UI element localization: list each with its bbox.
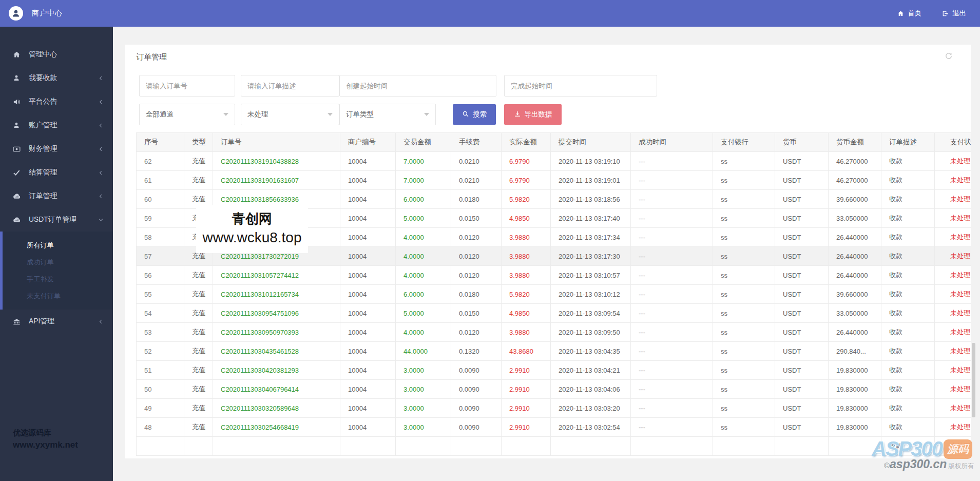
navbar-right: 首页 退出	[897, 9, 980, 18]
finish-start-time-input[interactable]	[504, 75, 657, 97]
status-select[interactable]: 未处理	[241, 104, 339, 125]
order-number-link[interactable]: C20201113031901631607	[221, 177, 299, 184]
logout-icon	[942, 10, 949, 17]
order-number-link[interactable]: C20201113031856633936	[221, 196, 299, 203]
col-merchant-no-cell: 10004	[340, 209, 396, 228]
nav-logout-link[interactable]: 退出	[942, 9, 966, 18]
sidebar-item-usdt-order-management[interactable]: USDT订单管理	[0, 208, 113, 232]
col-pay-bank-cell: ss	[713, 361, 775, 380]
center-watermark-line1: 青创网	[196, 210, 308, 228]
col-currency-amount-cell: 19.830000	[829, 361, 881, 380]
col-submit-time-cell: 2020-11-13 03:09:54	[551, 304, 631, 323]
order-number-link[interactable]: C20201113031730272019	[221, 253, 299, 260]
speaker-icon	[13, 98, 22, 106]
order-number-link[interactable]: C20201113030435461528	[221, 348, 299, 355]
status-select-value: 未处理	[247, 110, 268, 119]
col-fee-cell: 0.0120	[451, 228, 502, 247]
submenu-item-all-orders[interactable]: 所有订单	[3, 237, 113, 254]
sidebar-item-account-management[interactable]: 账户管理	[0, 113, 113, 137]
export-button-label: 导出数据	[525, 110, 552, 119]
nav-logout-label: 退出	[952, 9, 966, 18]
col-order-desc-cell: 收款	[881, 342, 935, 361]
col-success-time-cell: ---	[631, 209, 713, 228]
asp300-badge: 源码	[944, 439, 972, 459]
order-number-link[interactable]: C20201113030954751096	[221, 310, 299, 317]
col-type-cell: 充值	[184, 323, 213, 342]
refresh-icon[interactable]	[945, 52, 953, 62]
col-currency-cell: USDT	[775, 247, 829, 266]
user-icon	[13, 122, 22, 129]
col-currency-amount-cell: 33.050000	[829, 209, 881, 228]
col-seq-cell: 59	[137, 209, 184, 228]
export-button[interactable]: 导出数据	[504, 104, 562, 125]
order-number-link[interactable]: C20201113031910438828	[221, 158, 299, 165]
order-number-link[interactable]: C20201113030320589648	[221, 405, 299, 412]
col-seq-cell: 60	[137, 190, 184, 209]
col-actual-amount-cell: 2.9910	[502, 418, 551, 437]
col-currency-amount-cell: 26.440000	[829, 266, 881, 285]
order-number-link[interactable]: C20201113031012165734	[221, 291, 299, 298]
order-number-link[interactable]: C20201113031057274412	[221, 272, 299, 279]
order-type-select[interactable]: 订单类型	[339, 104, 436, 125]
navbar-left: 商户中心	[0, 6, 63, 21]
col-submit-time-cell: 2020-11-13 03:17:40	[551, 209, 631, 228]
col-success-time-cell: ---	[631, 285, 713, 304]
col-success-time-cell: ---	[631, 342, 713, 361]
table-row: 56充值C20201113031057274412100044.00000.01…	[137, 266, 971, 285]
order-number-link[interactable]: C20201113030406796414	[221, 386, 299, 393]
col-pay-status-cell: 未处理	[935, 247, 971, 266]
header-col-pay-status: 支付状态	[935, 133, 971, 152]
col-seq-cell: 53	[137, 323, 184, 342]
col-trade-amount-cell: 7.0000	[396, 152, 451, 171]
order-no-input[interactable]	[139, 75, 235, 97]
scrollbar-thumb[interactable]	[972, 343, 975, 417]
table-row: 52充值C202011130304354615281000444.00000.1…	[137, 342, 971, 361]
col-currency-cell: USDT	[775, 304, 829, 323]
col-fee-cell: 0.0210	[451, 152, 502, 171]
sidebar-item-finance-management[interactable]: 财务管理	[0, 137, 113, 161]
submenu-item-success-orders[interactable]: 成功订单	[3, 254, 113, 271]
col-currency-amount-cell: 19.830000	[829, 418, 881, 437]
sidebar-item-management-center[interactable]: 管理中心	[0, 43, 113, 66]
sidebar-item-platform-announcement[interactable]: 平台公告	[0, 90, 113, 113]
col-pay-status-cell: 未处理	[935, 361, 971, 380]
submenu-item-manual-reissue[interactable]: 手工补发	[3, 271, 113, 287]
col-actual-amount-cell: 43.8680	[502, 342, 551, 361]
col-actual-amount-cell	[502, 437, 551, 456]
export-icon	[514, 110, 521, 119]
sidebar-item-settlement-management[interactable]: 结算管理	[0, 161, 113, 184]
col-currency-amount-cell: 46.270000	[829, 171, 881, 190]
search-button[interactable]: 搜索	[453, 104, 496, 125]
col-fee-cell: 0.0180	[451, 190, 502, 209]
user-avatar[interactable]	[9, 6, 23, 21]
usdt-submenu: 所有订单成功订单手工补发未支付订单	[0, 232, 113, 310]
nav-home-link[interactable]: 首页	[897, 9, 921, 18]
app-title: 商户中心	[32, 9, 63, 18]
order-number-link[interactable]: C20201113030254668419	[221, 424, 299, 431]
top-navbar: 商户中心 首页 退出	[0, 0, 980, 27]
order-number-link[interactable]: C20201113030950970393	[221, 329, 299, 336]
sidebar-item-api-management[interactable]: API管理	[0, 310, 113, 333]
col-submit-time-cell: 2020-11-13 03:19:10	[551, 152, 631, 171]
create-start-time-input[interactable]	[339, 75, 496, 97]
col-pay-bank-cell: ss	[713, 399, 775, 418]
sidebar-item-label: USDT订单管理	[29, 215, 98, 224]
sidebar-nav: 管理中心我要收款平台公告账户管理财务管理结算管理订单管理USDT订单管理所有订单…	[0, 27, 113, 333]
col-fee-cell: 0.1320	[451, 342, 502, 361]
col-order-desc-cell: 收款	[881, 171, 935, 190]
channel-select[interactable]: 全部通道	[139, 104, 235, 125]
order-number-link[interactable]: C20201113030420381293	[221, 367, 299, 374]
col-merchant-no-cell: 10004	[340, 323, 396, 342]
col-merchant-no-cell: 10004	[340, 228, 396, 247]
submenu-item-unpaid-orders[interactable]: 未支付订单	[3, 287, 113, 304]
chevron-left-icon	[98, 146, 104, 152]
col-fee-cell: 0.0210	[451, 171, 502, 190]
col-order-desc-cell: 收款	[881, 380, 935, 399]
table-header-row: 序号类型订单号商户编号交易金额手续费实际金额提交时间成功时间支付银行货币货币金额…	[137, 133, 971, 152]
header-col-currency: 货币	[775, 133, 829, 152]
table-row: 62充值C20201113031910438828100047.00000.02…	[137, 152, 971, 171]
order-desc-input[interactable]	[241, 75, 339, 97]
sidebar-item-order-management[interactable]: 订单管理	[0, 184, 113, 208]
sidebar-item-receive-payment[interactable]: 我要收款	[0, 66, 113, 90]
col-pay-bank-cell: ss	[713, 152, 775, 171]
